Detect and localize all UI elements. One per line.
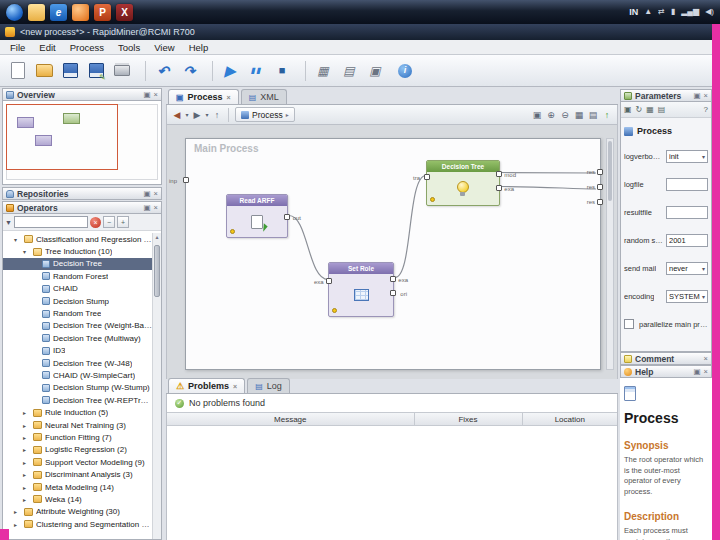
parameter-field[interactable]: init ▾ — [666, 150, 708, 163]
operator-tree-item[interactable]: Attribute Weighting (30) — [3, 506, 152, 518]
menu-item[interactable]: Tools — [111, 40, 147, 54]
operator-tree-item[interactable]: Meta Modeling (14) — [3, 481, 152, 493]
expander-icon[interactable] — [23, 434, 30, 441]
operator-tree-item[interactable]: CHAID — [3, 283, 152, 295]
menu-item[interactable]: Edit — [32, 40, 62, 54]
clear-search-icon[interactable]: × — [90, 217, 101, 228]
fit-view-icon[interactable]: ▦ — [574, 108, 584, 122]
operator-tree-item[interactable]: Rule Induction (5) — [3, 406, 152, 418]
operator-tree-item[interactable]: Discriminant Analysis (3) — [3, 468, 152, 480]
expander-icon[interactable] — [14, 236, 21, 243]
operator-tree-item[interactable]: Decision Tree (Weight-Based) — [3, 320, 152, 332]
port-square[interactable] — [597, 184, 603, 190]
process-input-port[interactable] — [183, 177, 189, 183]
expander-icon[interactable] — [23, 459, 30, 466]
tab-problems[interactable]: ⚠ Problems × — [168, 378, 245, 393]
expander-icon[interactable] — [23, 496, 30, 503]
overview-header[interactable]: Overview ▣× — [2, 88, 162, 101]
print-icon[interactable] — [110, 59, 134, 83]
output-port[interactable] — [390, 290, 396, 296]
canvas-scrollbar[interactable] — [606, 138, 614, 370]
filter-menu-icon[interactable]: ▼ — [5, 219, 12, 226]
forward-icon[interactable]: ▶ — [192, 108, 202, 122]
result-port[interactable]: res — [587, 199, 603, 205]
show-advanced-icon[interactable]: ▤ — [658, 105, 666, 114]
operator-set-role[interactable]: Set Role exa exa ori — [328, 262, 394, 317]
expander-icon[interactable] — [23, 484, 30, 491]
zoom-in-icon[interactable]: ⊕ — [546, 108, 556, 122]
redo-icon[interactable]: ↷ — [177, 59, 201, 83]
parameter-field[interactable]: ▾ — [666, 178, 708, 191]
operator-tree-item[interactable]: Tree Induction (10) — [3, 245, 152, 257]
tab-xml[interactable]: ▤ XML — [241, 89, 287, 104]
parameter-field[interactable]: 2001 ▾ — [666, 234, 708, 247]
operator-tree-item[interactable]: Logistic Regression (2) — [3, 444, 152, 456]
close-icon[interactable]: × — [704, 354, 708, 363]
operator-tree-item[interactable]: Clustering and Segmentation (12) — [3, 518, 152, 530]
output-port[interactable] — [390, 276, 396, 282]
scrollbar-thumb[interactable] — [608, 141, 612, 201]
refresh-icon[interactable]: ↻ — [636, 105, 643, 114]
tab-log[interactable]: ▤ Log — [247, 378, 290, 393]
operator-tree-item[interactable]: ID3 — [3, 345, 152, 357]
detach-icon[interactable]: ▣ — [144, 189, 151, 198]
expander-icon[interactable] — [23, 422, 30, 429]
column-location[interactable]: Location — [523, 413, 618, 425]
detach-icon[interactable]: ▣ — [694, 91, 701, 100]
repositories-bar[interactable]: Repositories ▣× — [2, 187, 162, 200]
collapse-all-icon[interactable]: − — [103, 216, 115, 228]
operator-tree-item[interactable]: Random Forest — [3, 270, 152, 282]
wire-readarff-setrole[interactable] — [289, 216, 328, 280]
signal-strength-icon[interactable]: ▂▄▆ — [681, 8, 699, 16]
back-icon[interactable]: ◀ — [172, 108, 182, 122]
expander-icon[interactable] — [23, 409, 30, 416]
operators-header[interactable]: Operators ▣× — [2, 201, 162, 214]
expander-icon[interactable] — [23, 446, 30, 453]
close-tab-icon[interactable]: × — [233, 383, 237, 390]
stop-icon[interactable]: ■ — [270, 59, 294, 83]
operator-tree-item[interactable]: Decision Tree (Multiway) — [3, 332, 152, 344]
titlebar[interactable]: <new process*> - RapidMiner@RCMI R700 — [0, 24, 712, 40]
operator-tree-item[interactable]: Decision Stump — [3, 295, 152, 307]
operator-tree-item[interactable]: Decision Tree (W-REPTree) — [3, 394, 152, 406]
operator-tree-item[interactable]: Random Tree — [3, 307, 152, 319]
port-square[interactable] — [597, 199, 603, 205]
wizard-perspective-icon[interactable]: ▣ — [363, 59, 387, 83]
input-port[interactable] — [326, 278, 332, 284]
expander-icon[interactable] — [23, 248, 30, 255]
input-port[interactable] — [424, 174, 430, 180]
pause-icon[interactable]: ▮▮ — [244, 59, 268, 83]
output-port[interactable] — [496, 185, 502, 191]
comment-bar[interactable]: Comment × — [620, 352, 712, 365]
tab-process[interactable]: ▣ Process × — [168, 89, 239, 104]
internet-explorer-icon[interactable]: e — [50, 4, 67, 21]
parameter-field[interactable]: never ▾ — [666, 262, 708, 275]
column-fixes[interactable]: Fixes — [415, 413, 523, 425]
close-tab-icon[interactable]: × — [227, 94, 231, 101]
info-icon[interactable]: i — [393, 59, 417, 83]
detach-icon[interactable]: ▣ — [144, 90, 151, 99]
run-icon[interactable]: ▶ — [218, 59, 242, 83]
help-header[interactable]: Help ▣× — [620, 365, 712, 378]
expander-icon[interactable] — [23, 471, 30, 478]
detach-icon[interactable]: ▣ — [144, 203, 151, 212]
expander-icon[interactable] — [14, 508, 21, 515]
operator-search-input[interactable] — [14, 216, 88, 228]
up-one-level-icon[interactable]: ↑ — [212, 108, 222, 122]
wire-decisiontree-res2[interactable] — [501, 187, 596, 190]
operator-tree-item[interactable]: Function Fitting (7) — [3, 431, 152, 443]
close-icon[interactable]: × — [704, 367, 708, 376]
design-perspective-icon[interactable]: ▦ — [311, 59, 335, 83]
overview-thumbnail[interactable] — [3, 101, 161, 183]
start-button[interactable] — [6, 4, 23, 21]
media-player-icon[interactable] — [72, 4, 89, 21]
parameter-field[interactable]: ▾ — [666, 206, 708, 219]
app-window-icon[interactable]: X — [116, 4, 133, 21]
expand-all-icon[interactable]: + — [117, 216, 129, 228]
auto-wire-icon[interactable]: ▣ — [532, 108, 542, 122]
run-here-icon[interactable]: ↑ — [602, 108, 612, 122]
explorer-icon[interactable] — [28, 4, 45, 21]
close-icon[interactable]: × — [154, 189, 158, 198]
save-process-icon[interactable] — [58, 59, 82, 83]
menu-item[interactable]: File — [3, 40, 32, 54]
